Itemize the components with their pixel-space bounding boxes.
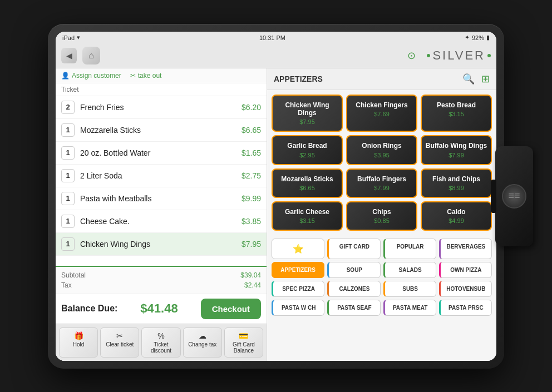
- menu-item-name: Onion Rings: [351, 142, 413, 150]
- menu-item-price: $3.95: [351, 152, 413, 158]
- category-tab[interactable]: ⭐: [272, 239, 324, 259]
- checkout-button[interactable]: Checkout: [201, 299, 261, 319]
- menu-item-name: Chicken Fingers: [351, 101, 413, 109]
- bottom-action-button[interactable]: % Ticket discount: [141, 328, 180, 358]
- bottom-action-button[interactable]: ☁ Change tax: [183, 328, 222, 358]
- order-totals: Subtotal $39.04 Tax $2.44: [56, 266, 267, 294]
- menu-title: APPETIZERS: [274, 75, 323, 83]
- app-header: ◀ ⌂ ⊙ SILVER: [56, 44, 496, 68]
- ticket-label: Ticket: [61, 86, 79, 93]
- bottom-action-button[interactable]: 🎁 Hold: [59, 328, 98, 358]
- item-price: $6.65: [241, 126, 261, 135]
- category-tab[interactable]: SUBS: [383, 281, 436, 297]
- menu-item-price: $8.99: [425, 185, 487, 191]
- menu-item-button[interactable]: Buffalo Wing Dings $7.99: [421, 135, 492, 165]
- category-tab[interactable]: SOUP: [327, 262, 380, 278]
- menu-item-name: Chicken Wing Dings: [276, 101, 338, 117]
- menu-item-button[interactable]: Chips $0.85: [346, 201, 417, 231]
- menu-item-price: $2.95: [276, 152, 338, 158]
- order-item[interactable]: 1 Chicken Wing Dings $7.95: [56, 233, 267, 256]
- order-item[interactable]: 1 Mozzarella Sticks $6.65: [56, 119, 267, 142]
- qty-box: 1: [61, 169, 75, 182]
- menu-item-name: Garlic Cheese: [276, 208, 338, 216]
- back-button[interactable]: ◀: [61, 48, 77, 63]
- card-slot: [491, 180, 496, 213]
- order-item[interactable]: 1 20 oz. Bottled Water $1.65: [56, 142, 267, 165]
- subtotal-amount: $39.04: [240, 271, 261, 279]
- category-tab[interactable]: GIFT CARD: [327, 239, 380, 259]
- bottom-btn-icon: 🎁: [74, 331, 83, 340]
- search-icon[interactable]: 🔍: [462, 73, 475, 85]
- logo-text: SILVER: [432, 48, 485, 63]
- menu-item-price: $7.99: [351, 185, 413, 191]
- qty-box: 1: [61, 123, 75, 137]
- balance-amount: $41.48: [140, 301, 178, 316]
- category-tab[interactable]: HOTOVENSUB: [439, 281, 492, 297]
- category-tab[interactable]: APPETIZERS: [272, 262, 324, 278]
- item-price: $7.95: [241, 240, 261, 249]
- menu-item-button[interactable]: Caldo $4.99: [421, 201, 492, 231]
- item-name: Mozzarella Sticks: [80, 126, 241, 135]
- menu-item-name: Pesto Bread: [425, 101, 487, 109]
- menu-item-button[interactable]: Buffalo Fingers $7.99: [346, 168, 417, 198]
- nav-buttons: ◀: [61, 48, 77, 63]
- home-button[interactable]: ⌂: [82, 47, 100, 64]
- silver-logo: SILVER: [427, 48, 491, 63]
- order-item[interactable]: 2 French Fries $6.20: [56, 96, 267, 119]
- category-tab[interactable]: CALZONES: [327, 281, 380, 297]
- category-tab[interactable]: PASTA MEAT: [383, 300, 436, 316]
- bottom-btn-icon: ☁: [199, 331, 206, 340]
- menu-item-button[interactable]: Pesto Bread $3.15: [421, 95, 492, 132]
- tax-amount: $2.44: [244, 281, 261, 289]
- category-tab[interactable]: SPEC PIZZA: [272, 281, 324, 297]
- take-out-link[interactable]: ✂ take out: [130, 72, 162, 80]
- assign-customer-link[interactable]: 👤 Assign customer: [61, 72, 121, 80]
- category-tab[interactable]: SALADS: [383, 262, 436, 278]
- item-name: 20 oz. Bottled Water: [80, 148, 241, 157]
- qty-box: 1: [61, 192, 75, 205]
- bottom-action-button[interactable]: ✂ Clear ticket: [100, 328, 139, 358]
- category-tab[interactable]: OWN PIZZA: [439, 262, 492, 278]
- menu-item-button[interactable]: Chicken Fingers $7.69: [346, 95, 417, 132]
- menu-item-name: Garlic Bread: [276, 142, 338, 150]
- menu-item-price: $7.69: [351, 111, 413, 117]
- bottom-btn-label: Gift Card Balance: [227, 341, 260, 354]
- category-tab[interactable]: PASTA PRSC: [439, 300, 492, 316]
- logo-dot: [427, 54, 430, 57]
- tabs-grid: ⭐GIFT CARDPOPULARBERVERAGESAPPETIZERSSOU…: [272, 239, 492, 316]
- order-item[interactable]: 1 Pasta with Meatballs $9.99: [56, 187, 267, 210]
- menu-item-button[interactable]: Fish and Chips $8.99: [421, 168, 492, 198]
- menu-item-button[interactable]: Onion Rings $3.95: [346, 135, 417, 165]
- order-item[interactable]: 1 Cheese Cake. $3.85: [56, 210, 267, 233]
- status-left: iPad ▾: [62, 34, 80, 41]
- grid-icon[interactable]: ⊞: [481, 73, 490, 85]
- menu-item-button[interactable]: Mozarella Sticks $6.65: [272, 168, 343, 198]
- bottom-action-button[interactable]: 💳 Gift Card Balance: [224, 328, 263, 358]
- menu-item-name: Buffalo Fingers: [351, 175, 413, 183]
- tablet-screen: iPad ▾ 10:31 PM ✦ 92% ▮ ◀ ⌂ ⊙ SILVER: [56, 32, 496, 361]
- wifi-header-icon: ⊙: [407, 49, 416, 62]
- menu-item-price: $7.95: [276, 118, 338, 125]
- bottom-btn-label: Hold: [73, 341, 85, 348]
- menu-item-button[interactable]: Garlic Cheese $3.15: [272, 201, 343, 231]
- menu-item-button[interactable]: Chicken Wing Dings $7.95: [272, 95, 343, 132]
- subtotal-label: Subtotal: [61, 271, 86, 279]
- bottom-btn-label: Clear ticket: [106, 341, 134, 348]
- item-name: French Fries: [80, 103, 241, 112]
- item-name: 2 Liter Soda: [80, 171, 241, 180]
- category-tab[interactable]: BERVERAGES: [439, 239, 492, 259]
- menu-item-name: Caldo: [425, 208, 487, 216]
- menu-item-button[interactable]: Garlic Bread $2.95: [272, 135, 343, 165]
- assign-customer-label: Assign customer: [72, 72, 121, 80]
- status-bar: iPad ▾ 10:31 PM ✦ 92% ▮: [56, 32, 496, 44]
- menu-item-name: Buffalo Wing Dings: [425, 142, 487, 150]
- card-reader-logo: ≡≡: [502, 184, 526, 209]
- category-tab[interactable]: PASTA W CH: [272, 300, 324, 316]
- item-price: $2.75: [241, 171, 261, 180]
- qty-box: 2: [61, 101, 75, 114]
- category-tab[interactable]: POPULAR: [383, 239, 436, 259]
- order-item[interactable]: 1 2 Liter Soda $2.75: [56, 165, 267, 187]
- order-header: Ticket: [56, 83, 267, 96]
- category-tab[interactable]: PASTA SEAF: [327, 300, 380, 316]
- main-content: 👤 Assign customer ✂ take out Ticket 2 Fr…: [56, 68, 496, 361]
